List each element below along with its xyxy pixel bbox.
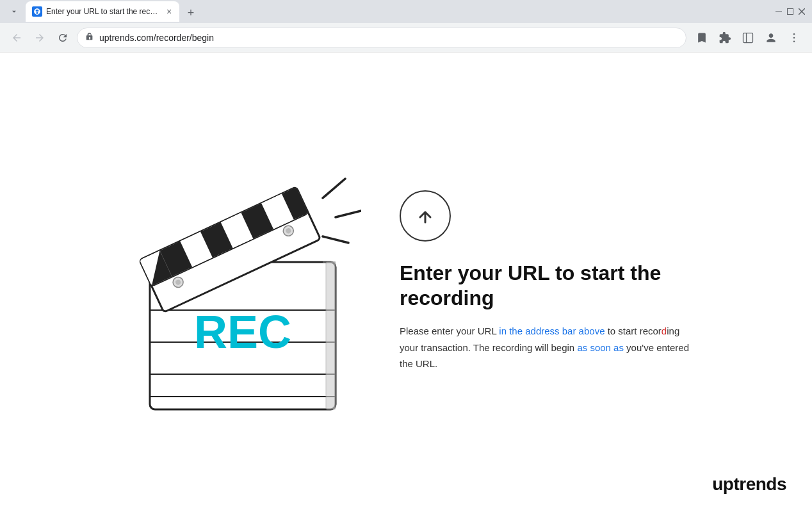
desc-highlight-blue: in the address bar above: [499, 325, 605, 336]
tab-bar: Enter your URL to start the reco... × +: [26, 1, 771, 22]
minimize-button[interactable]: [774, 6, 784, 17]
url-bar[interactable]: uptrends.com/recorder/begin: [77, 28, 686, 48]
svg-point-9: [793, 33, 795, 35]
uptrends-logo: uptrends: [712, 474, 786, 495]
bookmark-button[interactable]: [692, 28, 712, 48]
svg-rect-3: [775, 12, 782, 12]
sidebar-button[interactable]: [738, 28, 758, 48]
page-description: Please enter your URL in the address bar…: [400, 323, 694, 372]
new-tab-button[interactable]: +: [182, 4, 200, 22]
extensions-button[interactable]: [715, 28, 735, 48]
forward-button[interactable]: [31, 29, 49, 47]
text-section: Enter your URL to start the recording Pl…: [400, 190, 694, 372]
svg-line-13: [336, 211, 361, 217]
tab-favicon: [32, 6, 42, 17]
desc-highlight-red: d: [662, 325, 667, 336]
menu-button[interactable]: [784, 28, 804, 48]
svg-rect-1: [36, 10, 39, 12]
profile-button[interactable]: [761, 28, 781, 48]
svg-point-11: [793, 40, 795, 42]
desc-highlight-blue-2: as soon as: [577, 342, 624, 353]
upload-icon-container: [400, 190, 451, 242]
upload-arrow-icon: [412, 203, 438, 229]
tab-title: Enter your URL to start the reco...: [46, 7, 160, 16]
maximize-button[interactable]: [785, 6, 795, 17]
content-wrapper: REC: [118, 147, 694, 416]
svg-text:REC: REC: [194, 306, 291, 358]
active-tab[interactable]: Enter your URL to start the reco... ×: [26, 1, 179, 22]
svg-rect-7: [743, 33, 753, 42]
svg-rect-21: [326, 262, 336, 409]
page-heading: Enter your URL to start the recording: [400, 261, 694, 310]
svg-point-2: [37, 12, 38, 14]
svg-rect-4: [788, 9, 793, 15]
svg-line-12: [323, 179, 345, 198]
svg-line-14: [323, 236, 348, 243]
back-button[interactable]: [8, 29, 26, 47]
tab-close-button[interactable]: ×: [164, 6, 174, 17]
close-button[interactable]: [797, 6, 807, 17]
browser-frame: Enter your URL to start the reco... × +: [0, 0, 812, 510]
url-text: uptrends.com/recorder/begin: [99, 33, 678, 43]
page-content: REC: [0, 53, 812, 510]
toolbar-right: [692, 28, 804, 48]
clapperboard-illustration: REC: [118, 147, 361, 416]
address-bar: uptrends.com/recorder/begin: [0, 23, 812, 53]
reload-button[interactable]: [54, 29, 72, 47]
lock-icon: [85, 32, 94, 43]
svg-point-10: [793, 37, 795, 38]
title-bar: Enter your URL to start the reco... × +: [0, 0, 812, 23]
tab-list-button[interactable]: [5, 3, 23, 21]
